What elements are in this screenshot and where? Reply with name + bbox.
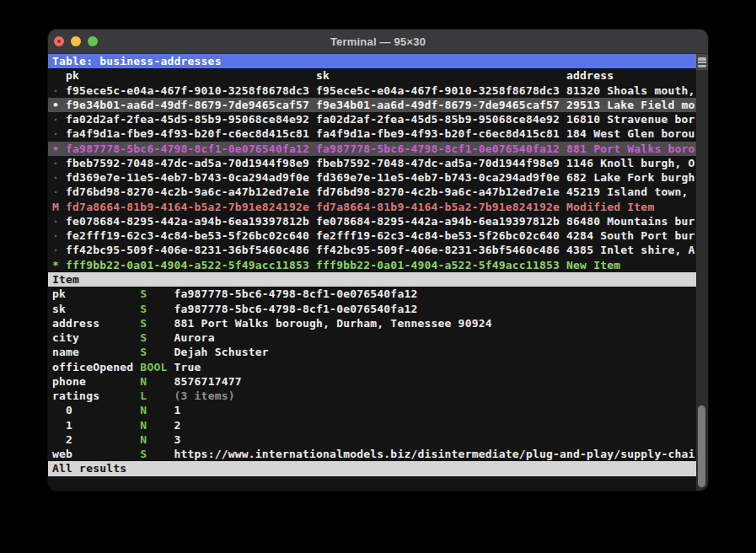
- field-value: Aurora: [167, 331, 214, 344]
- table-title-bar: Table: business-addresses: [48, 54, 696, 68]
- table-row[interactable]: · ff42bc95-509f-406e-8231-36bf5460c486 f…: [48, 243, 696, 257]
- row-sk-cell: fd76bd98-8270-4c2b-9a6c-a47b12ed7e1e: [316, 185, 566, 198]
- item-panel-header: Item: [48, 272, 696, 287]
- item-field-row: pk S fa987778-5bc6-4798-8cf1-0e076540fa1…: [48, 287, 696, 301]
- field-key: 0: [52, 404, 140, 416]
- field-value: 881 Port Walks borough, Durham, Tennesse…: [167, 317, 491, 330]
- field-value: 1: [167, 404, 180, 416]
- terminal-window: Terminal — 95×30 Table: business-address…: [48, 30, 708, 491]
- row-address-cell: Modified Item: [566, 201, 654, 213]
- table-row[interactable]: · f95ece5c-e04a-467f-9010-3258f8678dc3 f…: [48, 83, 696, 98]
- zoom-button[interactable]: [88, 36, 98, 46]
- field-type-badge: S: [140, 448, 167, 460]
- field-key: officeOpened: [52, 361, 140, 373]
- row-address-cell: 682 Lake Fork burgh: [566, 171, 695, 184]
- table-row[interactable]: · fe2fff19-62c3-4c84-be53-5f26bc02c640 f…: [48, 228, 696, 243]
- table-row[interactable]: · fe078684-8295-442a-a94b-6ea19397812b f…: [48, 214, 696, 228]
- row-pk-cell: fd76bd98-8270-4c2b-9a6c-a47b12ed7e1e: [66, 185, 316, 198]
- row-address-cell: 4284 South Port bur: [566, 229, 695, 242]
- field-value: 8576717477: [167, 375, 241, 388]
- field-type-badge: N: [140, 375, 167, 388]
- table-row[interactable]: · fbeb7592-7048-47dc-ad5a-70d1944f98e9 f…: [48, 156, 696, 170]
- field-value: True: [167, 361, 201, 373]
- table-row[interactable]: · fd76bd98-8270-4c2b-9a6c-a47b12ed7e1e f…: [48, 185, 696, 199]
- field-key: name: [52, 346, 140, 358]
- table-row[interactable]: · fa02d2af-2fea-45d5-85b9-95068ce84e92 f…: [48, 112, 696, 126]
- table-rows: · f95ece5c-e04a-467f-9010-3258f8678dc3 f…: [48, 83, 696, 272]
- row-address-cell: 184 West Glen borou: [566, 127, 695, 140]
- field-type-badge: N: [140, 404, 167, 416]
- table-row[interactable]: M fd7a8664-81b9-4164-b5a2-7b91e824192e f…: [48, 200, 696, 214]
- field-type-badge: S: [140, 331, 167, 344]
- row-sk-cell: ff42bc95-509f-406e-8231-36bf5460c486: [316, 244, 566, 256]
- row-address-cell: New Item: [566, 259, 620, 271]
- scrollbar-thumb[interactable]: [698, 405, 705, 487]
- field-type-badge: BOOL: [140, 361, 167, 373]
- table-row[interactable]: • fa987778-5bc6-4798-8cf1-0e076540fa12 f…: [48, 142, 696, 156]
- row-sk-cell: f95ece5c-e04a-467f-9010-3258f8678dc3: [316, 84, 566, 97]
- row-address-cell: 86480 Mountains bur: [566, 215, 695, 228]
- row-state-marker-icon: ·: [52, 215, 66, 228]
- field-key: 2: [52, 433, 140, 446]
- row-pk-cell: fa4f9d1a-fbe9-4f93-b20f-c6ec8d415c81: [66, 127, 316, 140]
- row-pk-cell: fd369e7e-11e5-4eb7-b743-0ca294ad9f0e: [66, 171, 316, 184]
- table-row[interactable]: • f9e34b01-aa6d-49df-8679-7de9465caf57 f…: [48, 98, 696, 112]
- field-type-badge: N: [140, 433, 167, 446]
- row-pk-cell: ff42bc95-509f-406e-8231-36bf5460c486: [66, 244, 316, 256]
- item-field-row: officeOpened BOOL True: [48, 360, 696, 374]
- row-sk-cell: fbeb7592-7048-47dc-ad5a-70d1944f98e9: [316, 157, 566, 169]
- row-pk-cell: fbeb7592-7048-47dc-ad5a-70d1944f98e9: [66, 157, 316, 169]
- field-key: web: [52, 448, 140, 460]
- table-column-header-row: pk sk address: [48, 68, 696, 83]
- close-button[interactable]: [54, 36, 64, 46]
- field-type-badge: S: [140, 346, 167, 358]
- row-state-marker-icon: ·: [52, 84, 66, 97]
- row-pk-cell: fd7a8664-81b9-4164-b5a2-7b91e824192e: [66, 201, 316, 213]
- table-row[interactable]: · fa4f9d1a-fbe9-4f93-b20f-c6ec8d415c81 f…: [48, 126, 696, 141]
- field-key: 1: [52, 419, 140, 432]
- field-key: ratings: [52, 389, 140, 402]
- row-address-cell: 4385 Inlet shire, A: [566, 244, 695, 256]
- row-pk-cell: fe078684-8295-442a-a94b-6ea19397812b: [66, 215, 316, 228]
- item-field-row: 2 N 3: [48, 432, 696, 447]
- row-state-marker-icon: ·: [52, 157, 66, 169]
- row-address-cell: 16810 Stravenue bor: [566, 113, 695, 126]
- row-sk-cell: fa02d2af-2fea-45d5-85b9-95068ce84e92: [316, 113, 566, 126]
- row-sk-cell: fff9bb22-0a01-4904-a522-5f49acc11853: [316, 259, 566, 271]
- row-state-marker-icon: ·: [52, 244, 66, 256]
- table-row[interactable]: · fd369e7e-11e5-4eb7-b743-0ca294ad9f0e f…: [48, 170, 696, 185]
- field-type-badge: S: [140, 287, 167, 300]
- titlebar[interactable]: Terminal — 95×30: [48, 30, 708, 54]
- terminal-screen: Table: business-addresses pk sk address …: [48, 54, 696, 491]
- item-field-row: name S Dejah Schuster: [48, 345, 696, 359]
- table-row[interactable]: * fff9bb22-0a01-4904-a522-5f49acc11853 f…: [48, 258, 696, 272]
- row-state-marker-icon: ·: [52, 185, 66, 198]
- item-field-row: 1 N 2: [48, 418, 696, 432]
- field-type-badge: L: [140, 389, 167, 402]
- row-state-marker-icon: ·: [52, 113, 66, 126]
- window-title: Terminal — 95×30: [330, 35, 426, 48]
- field-value: Dejah Schuster: [167, 346, 268, 358]
- row-address-cell: 45219 Island town,: [566, 185, 688, 198]
- minimize-button[interactable]: [71, 36, 81, 46]
- field-key: pk: [52, 287, 140, 300]
- scrollbar-track[interactable]: [696, 54, 708, 491]
- split-pane-icon: [698, 57, 706, 67]
- field-type-badge: N: [140, 419, 167, 432]
- row-state-marker-icon: ·: [52, 229, 66, 242]
- field-key: address: [52, 317, 140, 330]
- field-key: phone: [52, 375, 140, 388]
- split-pane-button[interactable]: [696, 54, 708, 70]
- row-pk-cell: fa02d2af-2fea-45d5-85b9-95068ce84e92: [66, 113, 316, 126]
- field-key: city: [52, 331, 140, 344]
- field-type-badge: S: [140, 317, 167, 330]
- item-field-row: phone N 8576717477: [48, 374, 696, 389]
- row-pk-cell: f9e34b01-aa6d-49df-8679-7de9465caf57: [66, 99, 316, 111]
- row-state-marker-icon: M: [52, 201, 66, 213]
- row-state-marker-icon: ·: [52, 171, 66, 184]
- row-state-marker-icon: *: [52, 259, 66, 271]
- row-sk-cell: fd7a8664-81b9-4164-b5a2-7b91e824192e: [316, 201, 566, 213]
- terminal-content-wrap: Table: business-addresses pk sk address …: [48, 54, 708, 491]
- field-value: 3: [167, 433, 180, 446]
- item-field-row: web S https://www.internationalmodels.bi…: [48, 447, 696, 461]
